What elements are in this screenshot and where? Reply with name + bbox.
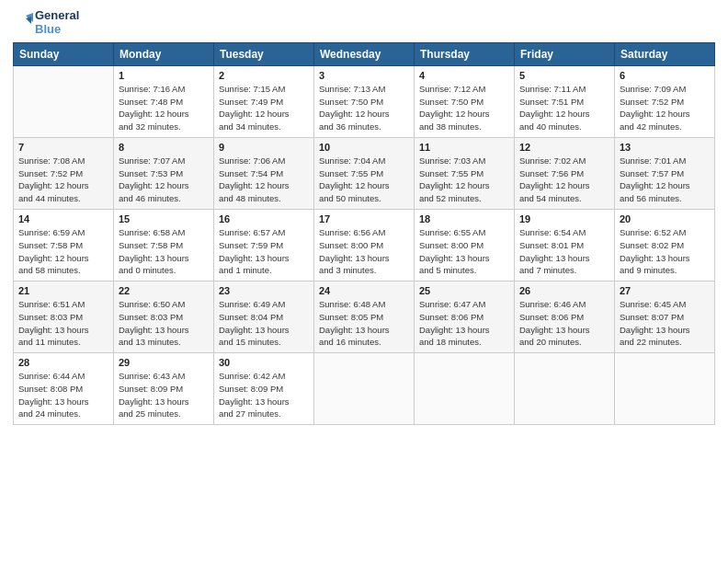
day-number: 13 bbox=[620, 142, 710, 153]
weekday-header-tuesday: Tuesday bbox=[214, 42, 314, 65]
logo-bird-icon bbox=[13, 13, 33, 33]
day-number: 5 bbox=[519, 70, 609, 81]
day-number: 21 bbox=[18, 285, 108, 296]
day-info: Sunrise: 7:02 AM Sunset: 7:56 PM Dayligh… bbox=[519, 155, 609, 205]
day-info: Sunrise: 6:55 AM Sunset: 8:00 PM Dayligh… bbox=[419, 226, 509, 277]
day-info: Sunrise: 6:47 AM Sunset: 8:06 PM Dayligh… bbox=[419, 298, 509, 349]
calendar-cell: 20Sunrise: 6:52 AM Sunset: 8:02 PM Dayli… bbox=[615, 210, 715, 282]
day-info: Sunrise: 7:08 AM Sunset: 7:52 PM Dayligh… bbox=[18, 155, 108, 205]
day-info: Sunrise: 7:11 AM Sunset: 7:51 PM Dayligh… bbox=[519, 83, 609, 133]
day-number: 9 bbox=[219, 142, 309, 153]
calendar-cell: 6Sunrise: 7:09 AM Sunset: 7:52 PM Daylig… bbox=[615, 65, 715, 137]
day-info: Sunrise: 6:59 AM Sunset: 7:58 PM Dayligh… bbox=[18, 226, 108, 277]
day-number: 23 bbox=[219, 285, 309, 296]
day-number: 24 bbox=[319, 285, 409, 296]
calendar-cell: 3Sunrise: 7:13 AM Sunset: 7:50 PM Daylig… bbox=[314, 65, 415, 137]
week-row-4: 21Sunrise: 6:51 AM Sunset: 8:03 PM Dayli… bbox=[14, 282, 715, 353]
calendar-cell: 25Sunrise: 6:47 AM Sunset: 8:06 PM Dayli… bbox=[415, 282, 515, 353]
weekday-header-monday: Monday bbox=[114, 42, 214, 65]
day-info: Sunrise: 6:50 AM Sunset: 8:03 PM Dayligh… bbox=[119, 298, 209, 349]
calendar-cell: 2Sunrise: 7:15 AM Sunset: 7:49 PM Daylig… bbox=[214, 65, 314, 137]
calendar-cell bbox=[515, 353, 615, 425]
calendar-cell bbox=[314, 353, 415, 425]
day-info: Sunrise: 7:06 AM Sunset: 7:54 PM Dayligh… bbox=[219, 155, 309, 205]
day-number: 30 bbox=[219, 357, 309, 368]
calendar-cell: 15Sunrise: 6:58 AM Sunset: 7:58 PM Dayli… bbox=[114, 210, 214, 282]
calendar-cell: 10Sunrise: 7:04 AM Sunset: 7:55 PM Dayli… bbox=[314, 137, 415, 209]
day-number: 4 bbox=[419, 70, 509, 81]
day-info: Sunrise: 6:57 AM Sunset: 7:59 PM Dayligh… bbox=[219, 226, 309, 277]
calendar-cell: 24Sunrise: 6:48 AM Sunset: 8:05 PM Dayli… bbox=[314, 282, 415, 353]
calendar-cell: 14Sunrise: 6:59 AM Sunset: 7:58 PM Dayli… bbox=[14, 210, 114, 282]
calendar-cell: 30Sunrise: 6:42 AM Sunset: 8:09 PM Dayli… bbox=[214, 353, 314, 425]
day-info: Sunrise: 6:42 AM Sunset: 8:09 PM Dayligh… bbox=[219, 370, 309, 420]
day-info: Sunrise: 6:46 AM Sunset: 8:06 PM Dayligh… bbox=[519, 298, 609, 349]
day-info: Sunrise: 7:03 AM Sunset: 7:55 PM Dayligh… bbox=[419, 155, 509, 205]
day-info: Sunrise: 6:44 AM Sunset: 8:08 PM Dayligh… bbox=[18, 370, 108, 420]
calendar-cell: 9Sunrise: 7:06 AM Sunset: 7:54 PM Daylig… bbox=[214, 137, 314, 209]
day-number: 3 bbox=[319, 70, 409, 81]
weekday-header-sunday: Sunday bbox=[14, 42, 114, 65]
logo-text: General Blue bbox=[35, 9, 79, 37]
day-info: Sunrise: 7:12 AM Sunset: 7:50 PM Dayligh… bbox=[419, 83, 509, 133]
logo-area: General Blue bbox=[13, 9, 79, 37]
calendar-cell: 7Sunrise: 7:08 AM Sunset: 7:52 PM Daylig… bbox=[14, 137, 114, 209]
day-number: 17 bbox=[319, 213, 409, 224]
weekday-header-saturday: Saturday bbox=[615, 42, 715, 65]
calendar-cell: 27Sunrise: 6:45 AM Sunset: 8:07 PM Dayli… bbox=[615, 282, 715, 353]
day-info: Sunrise: 6:52 AM Sunset: 8:02 PM Dayligh… bbox=[620, 226, 710, 277]
day-number: 27 bbox=[620, 285, 710, 296]
day-info: Sunrise: 6:49 AM Sunset: 8:04 PM Dayligh… bbox=[219, 298, 309, 349]
day-info: Sunrise: 7:16 AM Sunset: 7:48 PM Dayligh… bbox=[119, 83, 209, 133]
calendar-cell: 28Sunrise: 6:44 AM Sunset: 8:08 PM Dayli… bbox=[14, 353, 114, 425]
day-number: 28 bbox=[18, 357, 108, 368]
day-info: Sunrise: 6:48 AM Sunset: 8:05 PM Dayligh… bbox=[319, 298, 409, 349]
week-row-1: 1Sunrise: 7:16 AM Sunset: 7:48 PM Daylig… bbox=[14, 65, 715, 137]
weekday-header-wednesday: Wednesday bbox=[314, 42, 415, 65]
day-number: 8 bbox=[119, 142, 209, 153]
day-number: 2 bbox=[219, 70, 309, 81]
logo-general: General bbox=[35, 8, 79, 22]
calendar-cell: 18Sunrise: 6:55 AM Sunset: 8:00 PM Dayli… bbox=[415, 210, 515, 282]
day-number: 16 bbox=[219, 213, 309, 224]
day-number: 14 bbox=[18, 213, 108, 224]
day-number: 1 bbox=[119, 70, 209, 81]
calendar-cell: 21Sunrise: 6:51 AM Sunset: 8:03 PM Dayli… bbox=[14, 282, 114, 353]
day-info: Sunrise: 7:13 AM Sunset: 7:50 PM Dayligh… bbox=[319, 83, 409, 133]
calendar-cell: 8Sunrise: 7:07 AM Sunset: 7:53 PM Daylig… bbox=[114, 137, 214, 209]
header: General Blue bbox=[13, 9, 715, 37]
calendar-cell: 11Sunrise: 7:03 AM Sunset: 7:55 PM Dayli… bbox=[415, 137, 515, 209]
calendar-cell: 22Sunrise: 6:50 AM Sunset: 8:03 PM Dayli… bbox=[114, 282, 214, 353]
calendar-cell bbox=[415, 353, 515, 425]
week-row-5: 28Sunrise: 6:44 AM Sunset: 8:08 PM Dayli… bbox=[14, 353, 715, 425]
day-info: Sunrise: 6:43 AM Sunset: 8:09 PM Dayligh… bbox=[119, 370, 209, 420]
day-info: Sunrise: 7:15 AM Sunset: 7:49 PM Dayligh… bbox=[219, 83, 309, 133]
logo-blue: Blue bbox=[35, 22, 61, 36]
day-info: Sunrise: 6:51 AM Sunset: 8:03 PM Dayligh… bbox=[18, 298, 108, 349]
day-number: 19 bbox=[519, 213, 609, 224]
day-number: 11 bbox=[419, 142, 509, 153]
day-info: Sunrise: 7:04 AM Sunset: 7:55 PM Dayligh… bbox=[319, 155, 409, 205]
calendar-cell: 13Sunrise: 7:01 AM Sunset: 7:57 PM Dayli… bbox=[615, 137, 715, 209]
page: General Blue SundayMondayTuesdayWednesda… bbox=[0, 0, 728, 563]
calendar-cell: 29Sunrise: 6:43 AM Sunset: 8:09 PM Dayli… bbox=[114, 353, 214, 425]
day-number: 22 bbox=[119, 285, 209, 296]
calendar-cell: 4Sunrise: 7:12 AM Sunset: 7:50 PM Daylig… bbox=[415, 65, 515, 137]
day-info: Sunrise: 6:56 AM Sunset: 8:00 PM Dayligh… bbox=[319, 226, 409, 277]
week-row-3: 14Sunrise: 6:59 AM Sunset: 7:58 PM Dayli… bbox=[14, 210, 715, 282]
calendar-cell: 17Sunrise: 6:56 AM Sunset: 8:00 PM Dayli… bbox=[314, 210, 415, 282]
calendar-cell: 16Sunrise: 6:57 AM Sunset: 7:59 PM Dayli… bbox=[214, 210, 314, 282]
day-number: 29 bbox=[119, 357, 209, 368]
day-number: 20 bbox=[620, 213, 710, 224]
day-info: Sunrise: 7:01 AM Sunset: 7:57 PM Dayligh… bbox=[620, 155, 710, 205]
day-info: Sunrise: 7:09 AM Sunset: 7:52 PM Dayligh… bbox=[620, 83, 710, 133]
day-number: 26 bbox=[519, 285, 609, 296]
weekday-header-friday: Friday bbox=[515, 42, 615, 65]
calendar-cell bbox=[615, 353, 715, 425]
svg-marker-1 bbox=[26, 17, 31, 24]
day-number: 18 bbox=[419, 213, 509, 224]
day-number: 7 bbox=[18, 142, 108, 153]
day-number: 12 bbox=[519, 142, 609, 153]
calendar-cell: 23Sunrise: 6:49 AM Sunset: 8:04 PM Dayli… bbox=[214, 282, 314, 353]
calendar: SundayMondayTuesdayWednesdayThursdayFrid… bbox=[13, 42, 715, 425]
